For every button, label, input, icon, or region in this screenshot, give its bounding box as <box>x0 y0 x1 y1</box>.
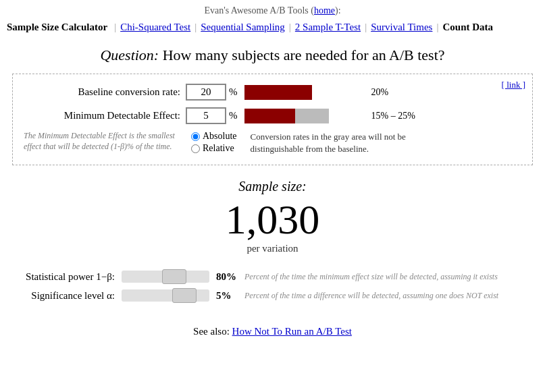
sample-number: 1,030 <box>0 198 545 240</box>
baseline-bar-dark <box>244 85 312 100</box>
nav-survival[interactable]: Survival Times <box>371 22 432 33</box>
see-also-link[interactable]: How Not To Run an A/B Test <box>232 326 352 337</box>
top-bar: Evan's Awesome A/B Tools (home): <box>0 0 545 19</box>
significance-slider-row: Significance level α: 5% Percent of the … <box>14 289 531 302</box>
baseline-pct: % <box>229 86 238 98</box>
mde-row: Minimum Detectable Effect: % 15% – 25% <box>24 107 521 124</box>
per-variation: per variation <box>0 243 545 254</box>
baseline-label: Baseline conversion rate: <box>24 86 186 98</box>
see-also-prefix: See also: <box>193 326 230 337</box>
mde-bar-gray <box>295 109 329 123</box>
nav-bar: Sample Size Calculator | Chi-Squared Tes… <box>0 19 545 37</box>
topbar-text-end: ): <box>335 5 341 16</box>
mde-bar-wrap <box>244 109 366 123</box>
mde-label: Minimum Detectable Effect: <box>24 110 186 121</box>
baseline-bar-wrap <box>244 85 366 100</box>
mde-note: The Minimum Detectable Effect is the sma… <box>24 131 191 155</box>
significance-label: Significance level α: <box>14 290 122 302</box>
question-heading: Question: How many subjects are needed f… <box>0 37 545 74</box>
mde-bar-dark <box>244 109 295 123</box>
home-link[interactable]: home <box>314 5 335 16</box>
power-label: Statistical power 1−β: <box>14 271 122 283</box>
question-text: How many subjects are needed for an A/B … <box>159 47 444 63</box>
power-slider-row: Statistical power 1−β: 80% Percent of th… <box>14 271 531 283</box>
baseline-input[interactable] <box>186 84 226 101</box>
sample-label: Sample size: <box>0 179 545 194</box>
power-desc: Percent of the time the minimum effect s… <box>244 272 531 282</box>
nav-count-data[interactable]: Count Data <box>442 22 493 33</box>
mde-bar-label: 15% – 25% <box>371 111 415 121</box>
significance-value: 5% <box>216 290 240 302</box>
mde-bar-container: 15% – 25% <box>244 109 522 123</box>
power-value: 80% <box>216 271 240 283</box>
radio-col: Absolute Relative <box>191 131 237 155</box>
calculator-box: [ link ] Baseline conversion rate: % 20%… <box>12 74 533 165</box>
power-thumb[interactable] <box>162 269 186 284</box>
significance-thumb[interactable] <box>172 288 197 303</box>
nav-sequential[interactable]: Sequential Sampling <box>201 22 285 33</box>
radio-relative[interactable] <box>191 144 200 153</box>
see-also: See also: How Not To Run an A/B Test <box>0 315 545 344</box>
conversion-note: Conversion rates in the gray area will n… <box>251 131 426 155</box>
baseline-row: Baseline conversion rate: % 20% <box>24 84 521 101</box>
significance-desc: Percent of the time a difference will be… <box>244 291 531 301</box>
sliders-section: Statistical power 1−β: 80% Percent of th… <box>0 261 545 315</box>
power-track <box>122 271 209 283</box>
sample-size-section: Sample size: 1,030 per variation <box>0 165 545 261</box>
radio-note-row: The Minimum Detectable Effect is the sma… <box>24 131 521 155</box>
nav-chi-squared[interactable]: Chi-Squared Test <box>120 22 190 33</box>
radio-relative-row: Relative <box>191 143 237 154</box>
question-prefix: Question: <box>100 47 159 63</box>
mde-input[interactable] <box>186 107 226 124</box>
baseline-bar-label: 20% <box>371 87 389 98</box>
nav-ttest[interactable]: 2 Sample T-Test <box>295 22 361 33</box>
significance-track <box>122 289 209 302</box>
radio-absolute[interactable] <box>191 132 200 141</box>
calc-link[interactable]: [ link ] <box>502 80 525 90</box>
mde-pct: % <box>229 110 238 121</box>
nav-title: Sample Size Calculator <box>7 22 107 33</box>
radio-absolute-row: Absolute <box>191 131 237 142</box>
radio-absolute-label: Absolute <box>203 131 237 142</box>
baseline-bar-container: 20% <box>244 85 522 100</box>
topbar-text: Evan's Awesome A/B Tools ( <box>204 5 314 16</box>
radio-relative-label: Relative <box>203 143 234 154</box>
